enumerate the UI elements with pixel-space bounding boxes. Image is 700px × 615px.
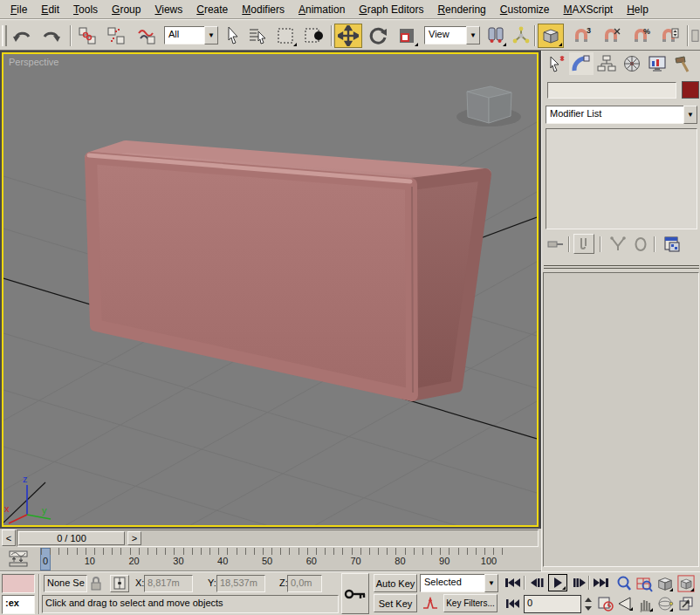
background-cube-object[interactable] (456, 86, 521, 126)
absolute-offset-mode-toggle[interactable] (110, 575, 129, 592)
current-frame-field[interactable]: 0 (524, 595, 581, 613)
redo-button[interactable] (38, 24, 65, 48)
frame-spinner[interactable] (583, 595, 594, 613)
toolbar-drag-handle[interactable] (2, 25, 7, 46)
menu-item-4[interactable]: Views (148, 1, 189, 18)
tab-create[interactable] (544, 52, 568, 75)
menu-item-8[interactable]: Graph Editors (352, 1, 430, 18)
menu-item-11[interactable]: MAXScript (557, 1, 621, 18)
scene-object-chamferbox[interactable] (89, 147, 485, 395)
reference-coordinate-system-combo[interactable]: View ▼ (424, 26, 480, 44)
zoom-extents-button[interactable] (656, 575, 674, 592)
menu-item-10[interactable]: Customize (493, 1, 557, 18)
previous-frame-button[interactable] (527, 575, 545, 591)
zoom-extents-all-button[interactable] (677, 575, 695, 592)
menu-item-1[interactable]: Edit (34, 1, 66, 18)
open-mini-curve-editor-button[interactable] (7, 550, 31, 569)
time-slider-prev-key-button[interactable]: < (2, 530, 16, 546)
pan-view-button[interactable] (637, 595, 654, 612)
trackbar-label-8: 80 (395, 556, 405, 566)
percent-snap-toggle-button[interactable]: % (628, 24, 655, 48)
selection-filter-dropdown-arrow[interactable]: ▼ (204, 26, 218, 44)
perspective-viewport[interactable]: z x y Perspective (2, 52, 539, 527)
time-configuration-button[interactable] (597, 596, 614, 612)
select-and-manipulate-button[interactable] (510, 24, 532, 48)
snap-3d-toggle-button[interactable]: 3 (569, 24, 595, 48)
rectangular-selection-region-button[interactable] (272, 24, 299, 48)
configure-modifier-sets-button[interactable] (662, 235, 682, 254)
select-and-move-button[interactable] (334, 24, 362, 48)
modifier-list-dropdown-arrow[interactable]: ▼ (683, 106, 697, 124)
show-end-result-button[interactable] (573, 234, 594, 254)
use-pivot-point-center-button[interactable] (484, 24, 508, 48)
play-animation-button[interactable] (548, 574, 567, 591)
key-filters-button[interactable]: Key Filters... (443, 594, 498, 612)
remove-modifier-button[interactable] (631, 235, 650, 254)
select-and-scale-button[interactable] (394, 24, 420, 48)
macro-recorder-pane[interactable] (2, 574, 35, 593)
pin-stack-button[interactable] (546, 235, 565, 254)
min-max-toggle-button[interactable] (677, 595, 695, 612)
angle-snap-toggle-button[interactable] (599, 24, 625, 48)
time-slider-value: 0 / 100 (57, 533, 86, 543)
unlink-selection-button[interactable] (103, 24, 129, 48)
go-to-start-button[interactable] (503, 575, 522, 591)
maxscript-mini-listener[interactable]: :ex (2, 595, 35, 614)
object-name-field[interactable] (547, 82, 676, 99)
undo-button[interactable] (9, 24, 35, 48)
menu-item-5[interactable]: Create (189, 1, 235, 18)
viewport-label[interactable]: Perspective (9, 57, 58, 67)
axis-y-label: y (42, 505, 47, 516)
select-and-link-button[interactable] (75, 24, 100, 48)
default-in-out-tangents-button[interactable] (421, 595, 440, 612)
bind-to-space-warp-button[interactable] (133, 24, 161, 48)
selection-filter-combo[interactable]: All ▼ (164, 26, 218, 44)
menu-item-3[interactable]: Group (105, 1, 148, 18)
menu-item-9[interactable]: Rendering (430, 1, 492, 18)
go-to-end-button[interactable] (592, 575, 611, 591)
spinner-snap-toggle-button[interactable] (656, 24, 683, 48)
window-crossing-toggle-button[interactable] (300, 24, 328, 48)
arc-rotate-button[interactable] (656, 595, 674, 612)
snaps-toggle-button[interactable] (538, 24, 564, 48)
set-key-button[interactable]: Set Key (374, 594, 417, 612)
rollout-scroll-area[interactable] (543, 272, 699, 567)
select-by-name-button[interactable] (244, 24, 271, 48)
set-keys-button[interactable] (341, 573, 369, 614)
field-of-view-button[interactable] (616, 596, 634, 612)
selection-lock-toggle[interactable] (89, 576, 103, 591)
y-coordinate-field[interactable]: 18,537m (216, 575, 265, 592)
time-slider-track[interactable]: 0 / 100 > (17, 530, 539, 547)
key-mode-toggle-button[interactable] (504, 597, 522, 611)
menu-item-12[interactable]: Help (620, 1, 655, 18)
tab-hierarchy[interactable] (594, 52, 619, 75)
time-slider-handle[interactable]: 0 / 100 (18, 531, 125, 545)
auto-key-button[interactable]: Auto Key (374, 574, 417, 592)
zoom-button[interactable] (616, 575, 632, 592)
key-mode-dropdown-arrow[interactable]: ▼ (484, 574, 498, 592)
selection-status-field[interactable]: None Se (44, 575, 87, 592)
next-frame-button[interactable] (571, 575, 588, 591)
tab-utilities[interactable] (670, 52, 695, 75)
modifier-list-combo[interactable]: Modifier List ▼ (546, 106, 697, 124)
menu-item-2[interactable]: Tools (66, 1, 105, 18)
trackbar-ruler[interactable]: 0102030405060708090100 (37, 548, 534, 571)
make-unique-button[interactable] (608, 235, 628, 254)
z-coordinate-field[interactable]: 0,0m (287, 575, 322, 592)
partial-toolbar-button[interactable] (690, 24, 700, 48)
zoom-all-button[interactable] (635, 575, 653, 592)
select-and-rotate-button[interactable] (364, 24, 392, 48)
tab-modify[interactable] (569, 52, 594, 75)
key-mode-combo[interactable]: Selected ▼ (420, 574, 498, 592)
menu-item-0[interactable]: File (3, 1, 34, 18)
coordinate-system-dropdown-arrow[interactable]: ▼ (466, 26, 480, 44)
tab-motion[interactable] (620, 52, 644, 75)
object-color-swatch[interactable] (682, 81, 699, 99)
modifier-stack-list[interactable] (546, 128, 697, 229)
tab-display[interactable] (645, 52, 669, 75)
x-coordinate-field[interactable]: 8,817m (144, 575, 193, 592)
menu-item-6[interactable]: Modifiers (235, 1, 292, 18)
time-slider-next-key-button[interactable]: > (127, 531, 141, 545)
select-object-button[interactable] (222, 24, 244, 48)
menu-item-7[interactable]: Animation (292, 1, 352, 18)
